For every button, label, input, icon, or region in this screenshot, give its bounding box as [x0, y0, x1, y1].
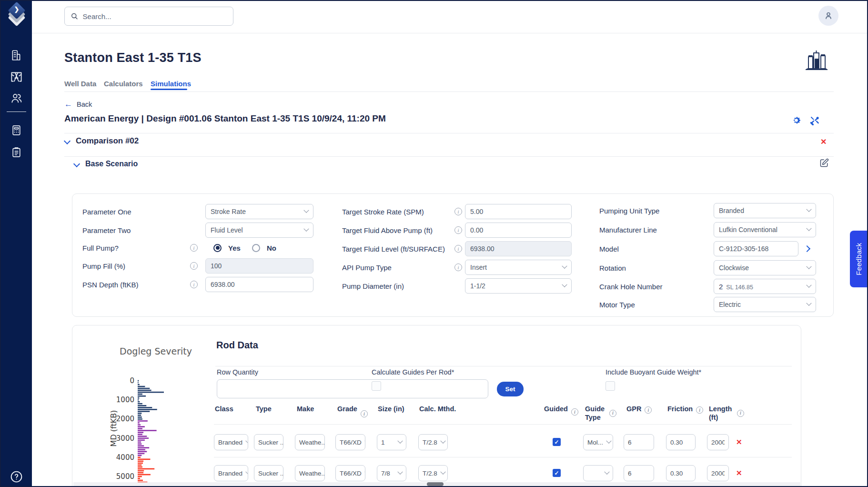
guide-type-select[interactable]: Mol...	[583, 434, 613, 450]
search-box[interactable]	[64, 7, 233, 26]
user-avatar[interactable]	[818, 6, 838, 26]
feedback-tab[interactable]: Feedback	[850, 231, 867, 287]
info-icon[interactable]: i	[361, 410, 368, 417]
type-select[interactable]: Sucker ...	[254, 434, 283, 450]
chevron-right-icon[interactable]	[804, 245, 810, 252]
size-select[interactable]: 1	[377, 434, 406, 450]
rod-data-title: Rod Data	[216, 340, 258, 351]
pump-diameter-select[interactable]: 1-1/2	[465, 278, 572, 294]
rod-data-divider	[215, 366, 792, 366]
friction-input[interactable]	[666, 465, 696, 481]
friction-input[interactable]	[666, 434, 696, 450]
info-icon[interactable]: i	[190, 281, 198, 288]
info-icon[interactable]: i	[454, 226, 462, 234]
info-icon[interactable]: i	[696, 406, 703, 414]
horizontal-scrollbar-thumb[interactable]	[427, 482, 444, 486]
target-stroke-rate-input[interactable]	[465, 204, 572, 219]
col-header-type: Type	[256, 405, 272, 413]
chevron-down-icon	[806, 226, 811, 231]
radio-yes[interactable]	[213, 244, 222, 252]
calc-guides-label: Calculate Guides Per Rod*	[372, 368, 454, 376]
set-button[interactable]: Set	[497, 382, 524, 396]
comparison-section-toggle[interactable]: Comparison #02	[64, 136, 139, 146]
field-motor-type: Motor Type	[599, 297, 709, 312]
sidebar-divider	[7, 112, 26, 112]
crank-hole-number-select[interactable]: 2SL 146.85	[714, 279, 816, 294]
parameter-two-select[interactable]: Fluid Level	[205, 223, 313, 238]
make-select[interactable]: Weathe...	[295, 434, 325, 450]
delete-row-button[interactable]: ✕	[736, 438, 742, 446]
tab-well-data[interactable]: Well Data	[64, 80, 96, 88]
back-button[interactable]: ← Back	[64, 100, 92, 108]
size-select[interactable]: 7/8	[377, 465, 406, 481]
info-icon[interactable]: i	[190, 262, 198, 270]
col-header-friction: Frictioni	[667, 405, 703, 414]
info-icon[interactable]: i	[571, 408, 578, 416]
users-icon[interactable]	[9, 91, 23, 105]
gear-icon[interactable]	[791, 115, 802, 126]
info-icon[interactable]: i	[454, 245, 462, 253]
target-fluid-above-pump-input[interactable]	[465, 223, 572, 238]
gpr-input[interactable]	[624, 434, 654, 450]
guided-checkbox[interactable]: ✓	[553, 469, 561, 477]
rotation-select[interactable]: Clockwise	[714, 260, 816, 275]
info-icon[interactable]: i	[737, 410, 744, 417]
base-scenario-toggle[interactable]: Base Scenario	[74, 160, 138, 168]
guided-checkbox[interactable]: ✓	[553, 438, 561, 446]
field-rotation: Rotation	[599, 260, 709, 275]
calculator-icon[interactable]	[9, 123, 23, 137]
tools-icon[interactable]	[809, 115, 820, 126]
motor-type-select[interactable]: Electric	[714, 297, 816, 312]
svg-text:Dogleg Severity: Dogleg Severity	[120, 346, 192, 356]
length-input[interactable]	[707, 465, 729, 481]
chevron-down-icon	[364, 469, 365, 475]
help-icon[interactable]	[9, 469, 23, 484]
field-target-stroke-rate: Target Stroke Rate (SPM) i	[342, 204, 462, 219]
tab-calculators[interactable]: Calculators	[104, 80, 143, 88]
field-full-pump: Full Pump? i	[82, 240, 198, 255]
model-input[interactable]	[714, 241, 798, 256]
chevron-down-icon	[806, 264, 811, 269]
make-select[interactable]: Weathe...	[295, 465, 325, 481]
chevron-down-icon	[64, 138, 70, 144]
city-buildings-icon	[804, 49, 829, 74]
info-icon[interactable]: i	[609, 410, 616, 417]
tab-simulations[interactable]: Simulations	[151, 80, 191, 88]
app-logo-icon[interactable]	[5, 3, 28, 28]
info-icon[interactable]: i	[645, 406, 652, 414]
clipboard-icon[interactable]	[9, 145, 23, 159]
manufacturer-line-select[interactable]: Lufkin Conventional	[714, 222, 816, 237]
comparison-close-button[interactable]: ✕	[820, 137, 827, 146]
grade-select[interactable]: T66/XD	[335, 434, 365, 450]
row-quantity-input[interactable]	[217, 379, 488, 398]
oil-derrick-icon[interactable]	[9, 70, 23, 84]
calc-mthd-select[interactable]: T/2.8	[418, 465, 448, 481]
pumping-unit-type-select[interactable]: Branded	[714, 203, 816, 218]
calc-guides-checkbox[interactable]	[372, 381, 381, 391]
guide-type-select[interactable]	[583, 465, 613, 481]
buoyant-weight-checkbox[interactable]	[606, 381, 615, 391]
radio-no[interactable]	[252, 244, 260, 252]
field-target-fluid-level: Target Fluid Level (ft/SURFACE) i	[342, 241, 462, 256]
length-input[interactable]	[707, 434, 729, 450]
class-select[interactable]: Branded	[214, 465, 248, 481]
api-pump-type-select[interactable]: Insert	[465, 260, 572, 275]
delete-row-button[interactable]: ✕	[736, 469, 742, 477]
search-icon	[71, 12, 79, 20]
chevron-down-icon	[245, 469, 248, 475]
info-icon[interactable]: i	[190, 244, 198, 252]
search-input[interactable]	[83, 12, 227, 20]
type-select[interactable]: Sucker ...	[254, 465, 283, 481]
info-icon[interactable]: i	[454, 208, 462, 215]
parameter-one-select[interactable]: Stroke Rate	[205, 204, 313, 219]
svg-text:5000: 5000	[116, 472, 134, 481]
chevron-down-icon	[303, 226, 309, 232]
edit-icon[interactable]	[819, 158, 829, 168]
info-icon[interactable]: i	[454, 264, 462, 271]
gpr-input[interactable]	[624, 465, 654, 481]
grade-select[interactable]: T66/XD	[335, 465, 365, 481]
class-select[interactable]: Branded	[214, 434, 248, 450]
company-icon[interactable]	[9, 48, 23, 62]
psn-depth-input[interactable]	[205, 277, 313, 292]
calc-mthd-select[interactable]: T/2.8	[418, 434, 448, 450]
